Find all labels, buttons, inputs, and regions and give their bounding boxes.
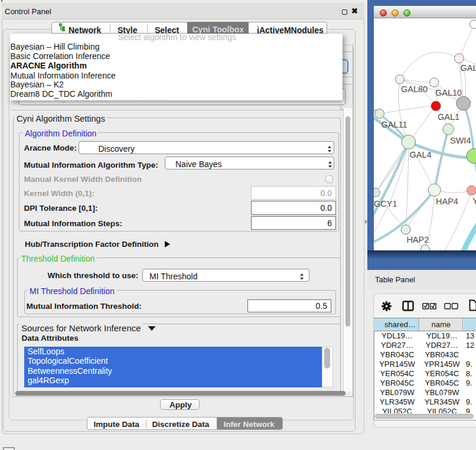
svg-text:GAL: GAL: [461, 63, 476, 73]
svg-text:GAL4: GAL4: [410, 150, 432, 159]
svg-text:GAL1: GAL1: [438, 112, 459, 122]
svg-text:SWI4: SWI4: [450, 136, 471, 145]
svg-text:GAL10: GAL10: [435, 88, 462, 97]
svg-text:GCY1: GCY1: [374, 199, 397, 208]
svg-text:Y: Y: [472, 196, 476, 206]
svg-text:HAP2: HAP2: [406, 235, 429, 244]
svg-text:GAL11: GAL11: [382, 120, 407, 129]
svg-text:HAP4: HAP4: [436, 197, 458, 206]
svg-text:GAL80: GAL80: [401, 84, 428, 94]
